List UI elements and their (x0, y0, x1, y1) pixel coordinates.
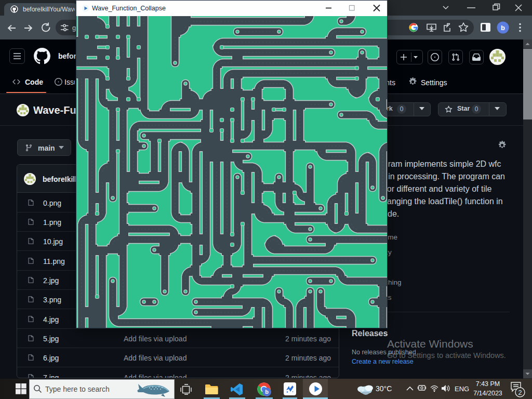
svg-text:2: 2 (518, 389, 522, 396)
svg-text:b: b (501, 24, 505, 32)
